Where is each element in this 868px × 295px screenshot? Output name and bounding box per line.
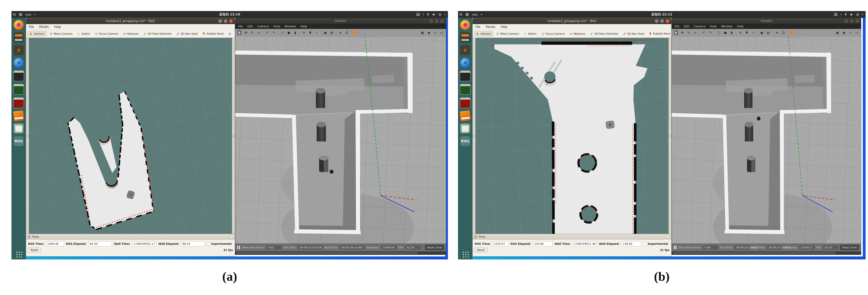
power-icon[interactable] <box>438 13 441 16</box>
reset-time-button[interactable]: Reset Time <box>840 245 859 250</box>
directional-light-button[interactable]: ⚡ <box>314 30 319 35</box>
spot-light-button[interactable]: ▼ <box>745 30 749 35</box>
interact-tool[interactable]: Interact <box>28 31 46 36</box>
insert-box-button[interactable]: ▢ <box>717 30 721 35</box>
terminal-icon[interactable] <box>13 70 24 81</box>
keyboard-layout-icon[interactable] <box>834 13 837 16</box>
translate-tool[interactable] <box>680 30 685 35</box>
experimental-checkbox[interactable] <box>643 242 647 245</box>
align-button[interactable]: ≡ <box>775 30 779 35</box>
screenshot-button[interactable]: ▣ <box>835 30 840 35</box>
move-camera-tool[interactable]: Move Camera <box>494 31 521 36</box>
gazebo-scrollbar[interactable] <box>672 252 861 255</box>
displays-panel-collapsed[interactable]: ▸ <box>26 38 29 234</box>
displays-panel-collapsed[interactable]: ▸ <box>473 38 475 234</box>
rviz-3d-viewport[interactable]: ▸ ◂ <box>26 38 235 234</box>
rviz-title-bar[interactable]: turtlebot3_gmapping.rviz* - RViz <box>26 18 235 24</box>
select-tool[interactable]: Select <box>75 31 92 36</box>
spot-light-button[interactable]: ▼ <box>308 30 312 35</box>
gazebo-3d-viewport[interactable] <box>672 36 861 243</box>
close-icon[interactable] <box>667 235 670 238</box>
terminal-green-icon[interactable] <box>460 84 471 95</box>
publish-point-tool[interactable]: Publish Point <box>647 31 672 36</box>
redo-button[interactable]: ↷ <box>272 30 276 35</box>
menu-file[interactable]: File <box>29 25 34 29</box>
menu-camera[interactable]: Camera <box>694 25 705 28</box>
select-tool[interactable] <box>237 30 242 35</box>
views-panel-collapsed[interactable]: ◂ <box>232 38 235 234</box>
rotate-tool[interactable]: ↻ <box>250 30 254 35</box>
menu-view[interactable]: View <box>273 25 280 28</box>
wall-time-value[interactable]: 1706249451.17 <box>132 241 156 246</box>
nav-goal-tool[interactable]: 2D Nav Goal <box>621 31 646 36</box>
volume-icon[interactable] <box>850 13 854 16</box>
copy-button[interactable]: ▣ <box>323 30 328 35</box>
minimize-button[interactable] <box>655 19 658 23</box>
terminal-red-icon[interactable] <box>460 97 471 108</box>
publish-point-tool[interactable]: Publish Point <box>200 31 225 36</box>
point-light-button[interactable]: ☀ <box>302 30 306 35</box>
directional-light-button[interactable]: ⚡ <box>751 30 755 35</box>
books-icon[interactable] <box>13 111 24 121</box>
insert-sphere-button[interactable]: ● <box>723 30 727 35</box>
reset-button[interactable]: Reset <box>475 247 488 253</box>
gazebo-scrollbar[interactable] <box>235 252 446 255</box>
add-tool-button[interactable]: + <box>227 32 233 36</box>
paste-button[interactable]: ▤ <box>766 30 771 35</box>
record-log-button[interactable]: ◉ <box>427 30 431 35</box>
ros-time-value[interactable]: 1524.57 <box>493 241 508 246</box>
views-panel-collapsed[interactable]: ◂ <box>669 38 671 234</box>
menu-panels[interactable]: Panels <box>39 25 49 29</box>
menu-edit[interactable]: Edit <box>247 25 253 28</box>
power-icon[interactable] <box>856 13 859 16</box>
maximize-button[interactable] <box>660 19 664 23</box>
activities-button[interactable]: 动 <box>13 12 16 17</box>
close-button[interactable] <box>666 19 669 23</box>
menu-window[interactable]: Window <box>721 25 733 28</box>
redo-button[interactable]: ↷ <box>708 30 712 35</box>
clock[interactable]: 星期四 22:10 <box>11 12 448 17</box>
wall-elapsed-value[interactable]: 138.82 <box>622 241 641 246</box>
move-camera-tool[interactable]: Move Camera <box>48 31 74 36</box>
pause-icon[interactable] <box>237 245 240 249</box>
copy-button[interactable]: ▣ <box>760 30 764 35</box>
plot-button[interactable]: ∿ <box>848 30 852 35</box>
clock[interactable]: 星期四 22:12 <box>458 12 866 17</box>
focus-camera-tool[interactable]: Focus Camera <box>539 31 566 36</box>
keyboard-layout-icon[interactable] <box>416 13 420 16</box>
accessibility-icon[interactable] <box>844 13 847 16</box>
rviz-dock-icon[interactable]: RViz <box>14 136 24 146</box>
wall-time-value[interactable]: 1706249521.48 <box>572 241 597 246</box>
scale-tool[interactable]: ▱ <box>693 30 698 35</box>
insert-cylinder-button[interactable]: ▮ <box>730 30 734 35</box>
rviz-3d-viewport[interactable]: ▸ ◂ <box>473 38 671 234</box>
close-button[interactable] <box>440 19 444 23</box>
reset-button[interactable]: Reset <box>28 247 41 253</box>
files-icon[interactable] <box>14 32 24 42</box>
maximize-button[interactable] <box>224 19 227 23</box>
show-applications-icon[interactable] <box>15 250 22 258</box>
show-applications-icon[interactable] <box>462 250 469 258</box>
insert-sphere-button[interactable]: ● <box>287 30 291 35</box>
terminal-icon[interactable] <box>460 70 471 81</box>
menu-file[interactable]: File <box>238 25 243 28</box>
gazebo-3d-viewport[interactable] <box>235 36 446 243</box>
menu-help[interactable]: Help <box>737 25 744 28</box>
menu-help[interactable]: Help <box>500 25 507 29</box>
terminal-green-icon[interactable] <box>13 84 24 95</box>
change-view-button[interactable] <box>790 31 793 34</box>
remote-desktop-icon[interactable]: ✕ <box>460 58 470 68</box>
volume-icon[interactable] <box>432 13 436 16</box>
insert-box-button[interactable]: ▢ <box>280 30 285 35</box>
menu-edit[interactable]: Edit <box>684 25 689 28</box>
documents-icon[interactable] <box>14 123 24 134</box>
gazebo-title-bar[interactable]: Gazebo <box>672 18 861 24</box>
menu-file[interactable]: File <box>675 25 679 28</box>
reset-time-button[interactable]: Reset Time <box>425 245 444 250</box>
editor-icon[interactable]: ⚡ <box>14 45 24 55</box>
activities-button[interactable]: 动 <box>459 12 462 17</box>
snap-button[interactable]: Ω <box>781 30 785 35</box>
close-icon[interactable] <box>230 235 233 238</box>
rviz-dock-icon[interactable]: RViz <box>460 136 470 146</box>
menu-file[interactable]: File <box>475 25 480 29</box>
